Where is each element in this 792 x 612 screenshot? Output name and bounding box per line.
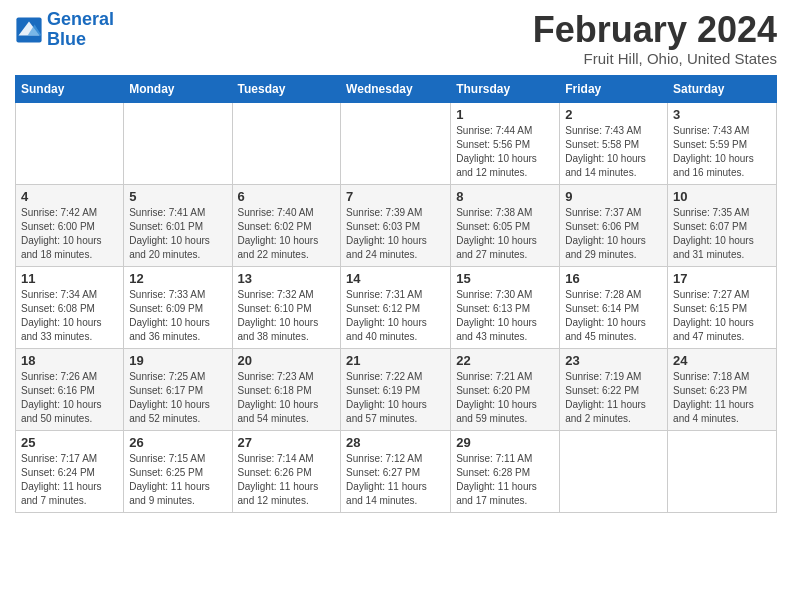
day-number: 12	[129, 271, 226, 286]
title-area: February 2024 Fruit Hill, Ohio, United S…	[533, 10, 777, 67]
weekday-header-friday: Friday	[560, 75, 668, 102]
logo-line2: Blue	[47, 29, 86, 49]
day-number: 23	[565, 353, 662, 368]
day-info: Sunrise: 7:32 AM Sunset: 6:10 PM Dayligh…	[238, 288, 336, 344]
day-number: 24	[673, 353, 771, 368]
calendar-cell: 7Sunrise: 7:39 AM Sunset: 6:03 PM Daylig…	[341, 184, 451, 266]
day-number: 4	[21, 189, 118, 204]
day-number: 17	[673, 271, 771, 286]
day-info: Sunrise: 7:37 AM Sunset: 6:06 PM Dayligh…	[565, 206, 662, 262]
location: Fruit Hill, Ohio, United States	[533, 50, 777, 67]
day-info: Sunrise: 7:41 AM Sunset: 6:01 PM Dayligh…	[129, 206, 226, 262]
day-number: 13	[238, 271, 336, 286]
day-info: Sunrise: 7:42 AM Sunset: 6:00 PM Dayligh…	[21, 206, 118, 262]
day-number: 2	[565, 107, 662, 122]
calendar-cell: 21Sunrise: 7:22 AM Sunset: 6:19 PM Dayli…	[341, 348, 451, 430]
calendar-week-2: 11Sunrise: 7:34 AM Sunset: 6:08 PM Dayli…	[16, 266, 777, 348]
day-number: 10	[673, 189, 771, 204]
calendar-cell: 12Sunrise: 7:33 AM Sunset: 6:09 PM Dayli…	[124, 266, 232, 348]
day-number: 3	[673, 107, 771, 122]
day-number: 27	[238, 435, 336, 450]
calendar-cell: 25Sunrise: 7:17 AM Sunset: 6:24 PM Dayli…	[16, 430, 124, 512]
day-number: 14	[346, 271, 445, 286]
weekday-header-saturday: Saturday	[668, 75, 777, 102]
day-info: Sunrise: 7:30 AM Sunset: 6:13 PM Dayligh…	[456, 288, 554, 344]
day-number: 20	[238, 353, 336, 368]
calendar-cell	[560, 430, 668, 512]
day-number: 28	[346, 435, 445, 450]
day-info: Sunrise: 7:27 AM Sunset: 6:15 PM Dayligh…	[673, 288, 771, 344]
day-info: Sunrise: 7:34 AM Sunset: 6:08 PM Dayligh…	[21, 288, 118, 344]
calendar-cell: 5Sunrise: 7:41 AM Sunset: 6:01 PM Daylig…	[124, 184, 232, 266]
day-info: Sunrise: 7:26 AM Sunset: 6:16 PM Dayligh…	[21, 370, 118, 426]
calendar-cell: 19Sunrise: 7:25 AM Sunset: 6:17 PM Dayli…	[124, 348, 232, 430]
day-info: Sunrise: 7:19 AM Sunset: 6:22 PM Dayligh…	[565, 370, 662, 426]
day-info: Sunrise: 7:18 AM Sunset: 6:23 PM Dayligh…	[673, 370, 771, 426]
day-info: Sunrise: 7:44 AM Sunset: 5:56 PM Dayligh…	[456, 124, 554, 180]
calendar-cell: 13Sunrise: 7:32 AM Sunset: 6:10 PM Dayli…	[232, 266, 341, 348]
day-info: Sunrise: 7:17 AM Sunset: 6:24 PM Dayligh…	[21, 452, 118, 508]
day-number: 19	[129, 353, 226, 368]
day-info: Sunrise: 7:39 AM Sunset: 6:03 PM Dayligh…	[346, 206, 445, 262]
calendar-cell: 28Sunrise: 7:12 AM Sunset: 6:27 PM Dayli…	[341, 430, 451, 512]
day-number: 21	[346, 353, 445, 368]
calendar-cell: 22Sunrise: 7:21 AM Sunset: 6:20 PM Dayli…	[451, 348, 560, 430]
calendar-cell: 6Sunrise: 7:40 AM Sunset: 6:02 PM Daylig…	[232, 184, 341, 266]
calendar-cell	[16, 102, 124, 184]
calendar-cell: 9Sunrise: 7:37 AM Sunset: 6:06 PM Daylig…	[560, 184, 668, 266]
day-info: Sunrise: 7:43 AM Sunset: 5:58 PM Dayligh…	[565, 124, 662, 180]
day-info: Sunrise: 7:43 AM Sunset: 5:59 PM Dayligh…	[673, 124, 771, 180]
day-info: Sunrise: 7:38 AM Sunset: 6:05 PM Dayligh…	[456, 206, 554, 262]
calendar-header: SundayMondayTuesdayWednesdayThursdayFrid…	[16, 75, 777, 102]
day-info: Sunrise: 7:15 AM Sunset: 6:25 PM Dayligh…	[129, 452, 226, 508]
day-number: 5	[129, 189, 226, 204]
calendar-cell: 29Sunrise: 7:11 AM Sunset: 6:28 PM Dayli…	[451, 430, 560, 512]
day-number: 25	[21, 435, 118, 450]
day-info: Sunrise: 7:25 AM Sunset: 6:17 PM Dayligh…	[129, 370, 226, 426]
calendar-cell	[232, 102, 341, 184]
logo-line1: General	[47, 9, 114, 29]
calendar-cell: 20Sunrise: 7:23 AM Sunset: 6:18 PM Dayli…	[232, 348, 341, 430]
weekday-header-thursday: Thursday	[451, 75, 560, 102]
calendar-cell: 23Sunrise: 7:19 AM Sunset: 6:22 PM Dayli…	[560, 348, 668, 430]
day-number: 18	[21, 353, 118, 368]
logo: General Blue	[15, 10, 114, 50]
calendar-cell: 3Sunrise: 7:43 AM Sunset: 5:59 PM Daylig…	[668, 102, 777, 184]
day-info: Sunrise: 7:11 AM Sunset: 6:28 PM Dayligh…	[456, 452, 554, 508]
day-number: 15	[456, 271, 554, 286]
calendar-body: 1Sunrise: 7:44 AM Sunset: 5:56 PM Daylig…	[16, 102, 777, 512]
calendar-week-1: 4Sunrise: 7:42 AM Sunset: 6:00 PM Daylig…	[16, 184, 777, 266]
weekday-header-tuesday: Tuesday	[232, 75, 341, 102]
month-title: February 2024	[533, 10, 777, 50]
day-info: Sunrise: 7:40 AM Sunset: 6:02 PM Dayligh…	[238, 206, 336, 262]
calendar-week-3: 18Sunrise: 7:26 AM Sunset: 6:16 PM Dayli…	[16, 348, 777, 430]
weekday-header-monday: Monday	[124, 75, 232, 102]
day-number: 6	[238, 189, 336, 204]
weekday-header-sunday: Sunday	[16, 75, 124, 102]
calendar-week-4: 25Sunrise: 7:17 AM Sunset: 6:24 PM Dayli…	[16, 430, 777, 512]
day-info: Sunrise: 7:14 AM Sunset: 6:26 PM Dayligh…	[238, 452, 336, 508]
calendar-cell: 2Sunrise: 7:43 AM Sunset: 5:58 PM Daylig…	[560, 102, 668, 184]
day-info: Sunrise: 7:35 AM Sunset: 6:07 PM Dayligh…	[673, 206, 771, 262]
calendar-cell: 10Sunrise: 7:35 AM Sunset: 6:07 PM Dayli…	[668, 184, 777, 266]
calendar-cell: 27Sunrise: 7:14 AM Sunset: 6:26 PM Dayli…	[232, 430, 341, 512]
day-number: 29	[456, 435, 554, 450]
day-number: 11	[21, 271, 118, 286]
calendar-cell: 17Sunrise: 7:27 AM Sunset: 6:15 PM Dayli…	[668, 266, 777, 348]
day-info: Sunrise: 7:22 AM Sunset: 6:19 PM Dayligh…	[346, 370, 445, 426]
day-number: 16	[565, 271, 662, 286]
day-info: Sunrise: 7:31 AM Sunset: 6:12 PM Dayligh…	[346, 288, 445, 344]
calendar-cell: 15Sunrise: 7:30 AM Sunset: 6:13 PM Dayli…	[451, 266, 560, 348]
header: General Blue February 2024 Fruit Hill, O…	[15, 10, 777, 67]
calendar-cell	[341, 102, 451, 184]
day-info: Sunrise: 7:21 AM Sunset: 6:20 PM Dayligh…	[456, 370, 554, 426]
weekday-header-wednesday: Wednesday	[341, 75, 451, 102]
day-number: 7	[346, 189, 445, 204]
calendar-cell: 1Sunrise: 7:44 AM Sunset: 5:56 PM Daylig…	[451, 102, 560, 184]
day-number: 9	[565, 189, 662, 204]
calendar-cell: 8Sunrise: 7:38 AM Sunset: 6:05 PM Daylig…	[451, 184, 560, 266]
calendar-cell: 4Sunrise: 7:42 AM Sunset: 6:00 PM Daylig…	[16, 184, 124, 266]
calendar-cell: 14Sunrise: 7:31 AM Sunset: 6:12 PM Dayli…	[341, 266, 451, 348]
day-number: 8	[456, 189, 554, 204]
logo-icon	[15, 16, 43, 44]
